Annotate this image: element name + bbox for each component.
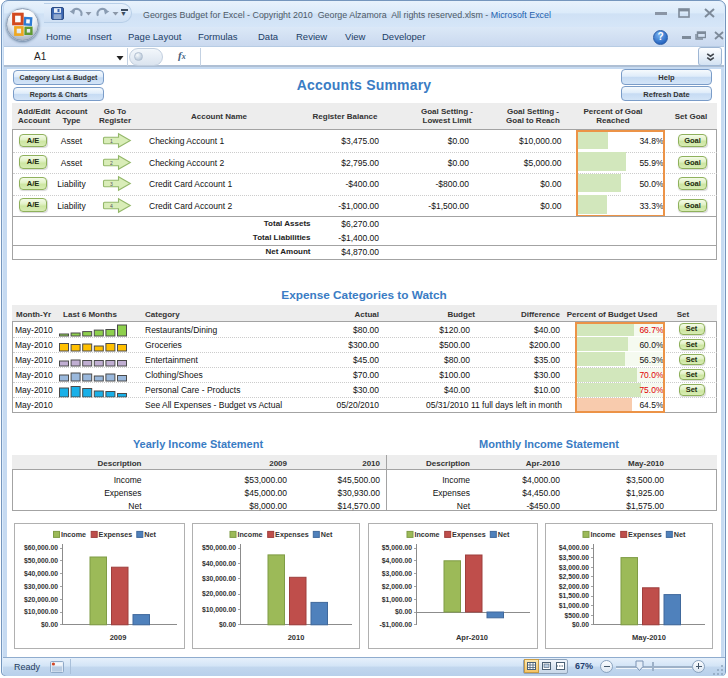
svg-text:$0.00: $0.00 (572, 621, 589, 629)
svg-text:$40,000.00: $40,000.00 (202, 559, 236, 567)
svg-text:Net: Net (144, 530, 156, 539)
svg-text:Expenses: Expenses (99, 530, 133, 539)
svg-text:Expenses: Expenses (628, 530, 662, 539)
svg-text:Net: Net (498, 530, 510, 539)
svg-text:$50,000.00: $50,000.00 (24, 557, 58, 565)
svg-text:Income: Income (590, 530, 615, 539)
svg-text:$60,000.00: $60,000.00 (24, 544, 58, 552)
svg-text:May-2010: May-2010 (632, 632, 666, 641)
svg-text:$0.00: $0.00 (219, 621, 236, 629)
svg-text:$10,000.00: $10,000.00 (24, 608, 58, 616)
svg-text:$2,500.00: $2,500.00 (559, 573, 589, 581)
svg-text:1: 1 (110, 138, 113, 144)
svg-text:Apr-2010: Apr-2010 (456, 632, 488, 641)
svg-text:$5,000.00: $5,000.00 (382, 544, 412, 552)
svg-text:$30,000.00: $30,000.00 (202, 575, 236, 583)
svg-text:2: 2 (110, 159, 113, 165)
svg-text:Net: Net (321, 530, 333, 539)
svg-text:4: 4 (110, 202, 113, 208)
svg-text:2010: 2010 (288, 632, 305, 641)
svg-text:$500.00: $500.00 (564, 611, 589, 619)
svg-text:Expenses: Expenses (452, 530, 486, 539)
svg-text:$3,000.00: $3,000.00 (382, 570, 412, 578)
svg-text:-$1,000.00: -$1,000.00 (379, 621, 412, 629)
svg-text:Income: Income (414, 530, 439, 539)
svg-text:Expenses: Expenses (275, 530, 309, 539)
svg-text:$40,000.00: $40,000.00 (24, 570, 58, 578)
svg-text:Income: Income (61, 530, 86, 539)
svg-text:$1,000.00: $1,000.00 (559, 602, 589, 610)
svg-text:$3,000.00: $3,000.00 (559, 563, 589, 571)
svg-text:$30,000.00: $30,000.00 (24, 582, 58, 590)
svg-text:2009: 2009 (110, 632, 127, 641)
svg-text:Income: Income (237, 530, 262, 539)
svg-text:$1,500.00: $1,500.00 (559, 592, 589, 600)
svg-text:$4,000.00: $4,000.00 (382, 557, 412, 565)
svg-text:3: 3 (110, 181, 113, 187)
svg-text:$20,000.00: $20,000.00 (24, 595, 58, 603)
svg-text:$50,000.00: $50,000.00 (202, 544, 236, 552)
svg-text:$3,500.00: $3,500.00 (559, 554, 589, 562)
svg-text:$4,000.00: $4,000.00 (559, 544, 589, 552)
svg-text:$0.00: $0.00 (41, 621, 58, 629)
svg-text:$1,000.00: $1,000.00 (382, 595, 412, 603)
svg-text:$0.00: $0.00 (395, 608, 412, 616)
svg-text:$2,000.00: $2,000.00 (382, 582, 412, 590)
svg-text:Net: Net (674, 530, 686, 539)
svg-text:$2,000.00: $2,000.00 (559, 582, 589, 590)
svg-text:$20,000.00: $20,000.00 (202, 590, 236, 598)
svg-text:$10,000.00: $10,000.00 (202, 605, 236, 613)
